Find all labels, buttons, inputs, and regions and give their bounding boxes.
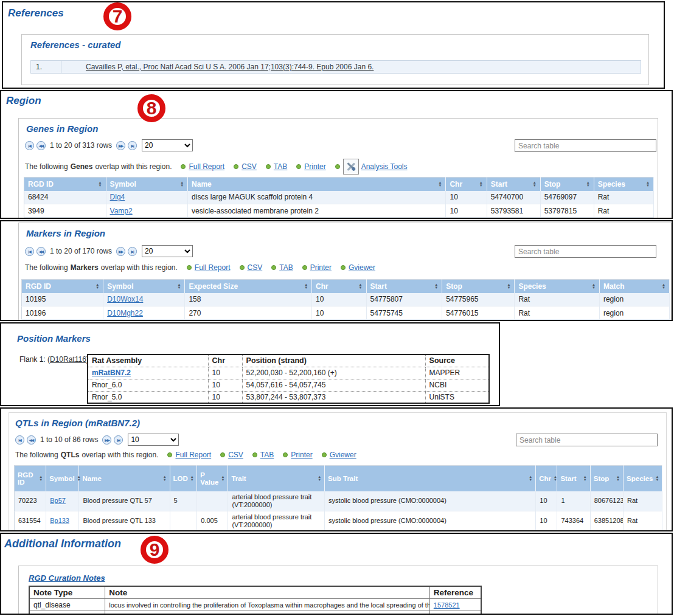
column-header-symbol[interactable]: Symbol [106, 178, 188, 191]
gviewer-link[interactable]: Gviewer [330, 451, 356, 459]
sort-icon[interactable] [583, 476, 587, 482]
column-header-symbol[interactable]: Symbol [46, 466, 79, 491]
column-header-chr[interactable]: Chr [312, 280, 366, 293]
marker-symbol-link[interactable]: D10Mgh22 [107, 309, 143, 317]
genes-page-size-select[interactable]: 20 [142, 139, 193, 151]
sort-icon[interactable] [318, 476, 321, 482]
prev-page-icon[interactable]: ◀◀ [36, 247, 46, 256]
sort-icon[interactable] [479, 181, 483, 187]
printer-link[interactable]: Printer [291, 451, 312, 459]
sort-icon[interactable] [533, 181, 537, 187]
sort-icon[interactable] [554, 476, 557, 482]
sort-icon[interactable] [99, 181, 102, 187]
sort-icon[interactable] [163, 476, 167, 482]
analysis-tools-icon[interactable] [343, 159, 359, 175]
sort-icon[interactable] [180, 181, 184, 187]
column-header-name[interactable]: Name [188, 178, 446, 191]
flank-marker-link[interactable]: D10Rat116 [50, 355, 86, 364]
last-page-icon[interactable]: ▶| [128, 247, 137, 256]
sort-icon[interactable] [616, 476, 620, 482]
column-header-stop[interactable]: Stop [540, 178, 594, 191]
next-page-icon[interactable]: ▶▶ [116, 141, 125, 150]
reference-link[interactable]: 1578521 [434, 613, 460, 615]
sort-icon[interactable] [304, 283, 308, 289]
column-header-start[interactable]: Start [557, 466, 590, 491]
tab-link[interactable]: TAB [260, 451, 274, 459]
column-header-trait[interactable]: Trait [228, 466, 325, 491]
sort-icon[interactable] [190, 476, 194, 482]
column-header-rgd-id[interactable]: RGD ID [22, 280, 103, 293]
sort-icon[interactable] [39, 476, 43, 482]
full-report-link[interactable]: Full Report [195, 263, 231, 272]
sort-icon[interactable] [662, 283, 665, 289]
sort-icon[interactable] [96, 283, 99, 289]
tab-link[interactable]: TAB [279, 263, 293, 272]
genes-search-input[interactable] [515, 139, 656, 152]
sort-icon[interactable] [77, 476, 81, 482]
analysis-tools-link[interactable]: Analysis Tools [361, 162, 408, 171]
printer-link[interactable]: Printer [310, 263, 332, 272]
sort-icon[interactable] [646, 181, 650, 187]
column-header-chr[interactable]: Chr [446, 178, 487, 191]
column-header-start[interactable]: Start [366, 280, 442, 293]
reference-link[interactable]: 1578521 [434, 601, 460, 609]
prev-page-icon[interactable]: ◀◀ [27, 435, 36, 445]
tab-link[interactable]: TAB [274, 162, 287, 171]
sort-icon[interactable] [586, 181, 590, 187]
column-header-name[interactable]: Name [79, 466, 170, 491]
sort-icon[interactable] [507, 283, 510, 289]
column-header-chr[interactable]: Chr [536, 466, 557, 491]
csv-link[interactable]: CSV [241, 162, 257, 171]
column-header-sub-trait[interactable]: Sub Trait [325, 466, 536, 491]
csv-link[interactable]: CSV [248, 263, 263, 272]
qtls-search-input[interactable] [516, 434, 658, 446]
prev-page-icon[interactable]: ◀◀ [36, 141, 46, 150]
markers-page-size-select[interactable]: 20 [142, 245, 193, 257]
markers-search-input[interactable] [515, 245, 656, 258]
column-header-species[interactable]: Species [624, 466, 662, 491]
sort-icon[interactable] [221, 476, 224, 482]
next-page-icon[interactable]: ▶▶ [116, 247, 125, 256]
qtl-symbol-link[interactable]: Bp133 [50, 517, 69, 524]
gviewer-link[interactable]: Gviewer [349, 263, 375, 272]
sort-icon[interactable] [529, 476, 532, 482]
column-header-rgd-id[interactable]: RGD ID [24, 178, 106, 191]
column-header-species[interactable]: Species [515, 280, 600, 293]
column-header-symbol[interactable]: Symbol [103, 280, 185, 293]
column-header-species[interactable]: Species [594, 178, 653, 191]
next-page-icon[interactable]: ▶▶ [102, 435, 111, 445]
last-page-icon[interactable]: ▶| [114, 435, 123, 445]
sort-icon[interactable] [592, 283, 596, 289]
gene-symbol-link[interactable]: Vamp2 [110, 207, 133, 215]
column-header-match[interactable]: Match [599, 280, 669, 293]
column-header-p-value[interactable]: P Value [197, 466, 228, 491]
column-header-stop[interactable]: Stop [442, 280, 515, 293]
full-report-link[interactable]: Full Report [189, 162, 224, 171]
column-header-start[interactable]: Start [487, 178, 540, 191]
column-header-note: Note [105, 586, 429, 599]
column-header-lod[interactable]: LOD [170, 466, 197, 491]
assembly-link[interactable]: mRatBN7.2 [92, 369, 131, 377]
first-page-icon[interactable]: |◀ [25, 247, 34, 256]
sort-icon[interactable] [177, 283, 181, 289]
column-header-expected-size[interactable]: Expected Size [185, 280, 312, 293]
cell-stop: 63851208 [590, 511, 623, 531]
first-page-icon[interactable]: |◀ [15, 435, 24, 445]
gene-symbol-link[interactable]: Dlg4 [110, 193, 125, 201]
marker-symbol-link[interactable]: D10Wox14 [107, 295, 143, 303]
column-header-rgd-id[interactable]: RGD ID [15, 466, 46, 491]
markers-panel: Markers in Region |◀ ◀◀ 1 to 20 of 170 r… [18, 223, 672, 321]
sort-icon[interactable] [434, 283, 438, 289]
printer-link[interactable]: Printer [304, 162, 325, 171]
sort-icon[interactable] [439, 181, 442, 187]
first-page-icon[interactable]: |◀ [25, 141, 34, 150]
citation-link[interactable]: Cavailles P, etal., Proc Natl Acad Sci U… [86, 63, 373, 71]
full-report-link[interactable]: Full Report [175, 451, 211, 459]
last-page-icon[interactable]: ▶| [128, 141, 137, 150]
csv-link[interactable]: CSV [228, 451, 243, 459]
sort-icon[interactable] [656, 476, 659, 482]
sort-icon[interactable] [359, 283, 363, 289]
qtl-symbol-link[interactable]: Bp57 [50, 497, 66, 504]
column-header-stop[interactable]: Stop [590, 466, 623, 491]
qtls-page-size-select[interactable]: 10 [128, 434, 179, 446]
